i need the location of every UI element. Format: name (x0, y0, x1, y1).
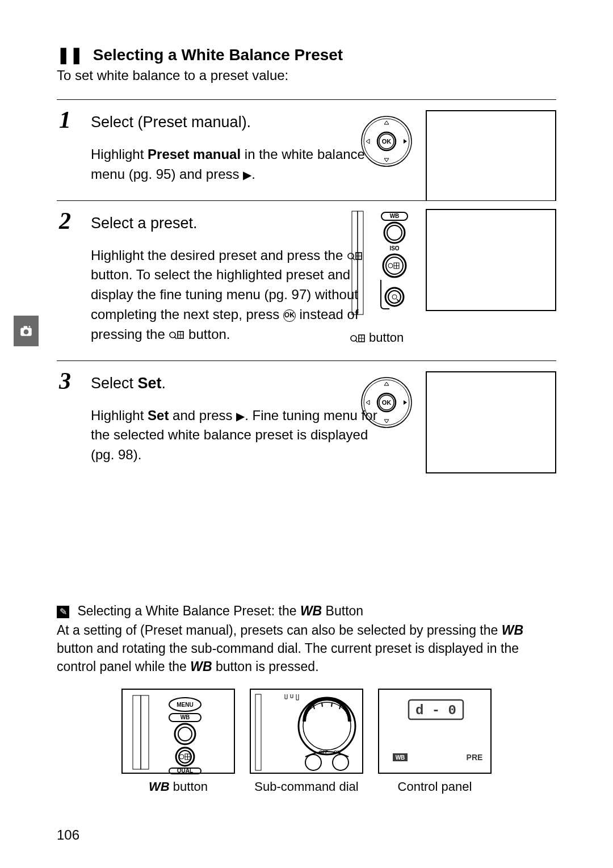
control-panel-diagram: d - 0 WB PRE (378, 689, 492, 774)
svg-point-88 (333, 754, 349, 770)
svg-marker-11 (366, 139, 370, 144)
svg-rect-55 (141, 695, 149, 769)
svg-marker-9 (384, 121, 389, 124)
svg-rect-1 (24, 326, 28, 328)
svg-rect-78 (255, 694, 261, 770)
heading-text: Selecting a White Balance Preset (93, 46, 343, 64)
svg-rect-23 (352, 211, 358, 315)
svg-text:WB: WB (180, 714, 190, 720)
svg-point-3 (29, 326, 31, 328)
step-number: 2 (59, 209, 71, 233)
step-3-figures: OK (355, 371, 556, 473)
svg-text:PRE: PRE (467, 753, 483, 762)
manual-page: ❚❚ Selecting a White Balance Preset To s… (0, 0, 613, 868)
svg-text:QUAL: QUAL (177, 768, 193, 774)
intro-text: To set white balance to a preset value: (57, 68, 556, 83)
svg-text:ISO: ISO (389, 245, 399, 251)
svg-line-41 (356, 340, 358, 342)
step-number: 1 (59, 108, 71, 132)
svg-line-84 (331, 703, 332, 707)
svg-rect-24 (358, 211, 363, 315)
svg-text:WB: WB (390, 213, 400, 219)
svg-point-38 (392, 295, 397, 299)
right-arrow-icon: ▶ (236, 410, 245, 422)
svg-rect-54 (133, 695, 141, 769)
heading-glyph: ❚❚ (57, 46, 83, 64)
dpad-icon: OK (358, 374, 415, 431)
step-body: Highlight Set and press ▶. Fine tuning m… (91, 406, 386, 465)
step-1-figures: OK (355, 110, 556, 200)
tip-badge-icon: ✎ (57, 606, 69, 618)
section-tab-camera-icon (14, 316, 39, 346)
svg-text:OK: OK (382, 138, 392, 145)
svg-text:MENU: MENU (177, 702, 193, 708)
multi-selector-diagram: OK (355, 110, 418, 173)
section-heading: ❚❚ Selecting a White Balance Preset (57, 45, 556, 64)
thumbnail-button-icon (350, 333, 366, 343)
svg-text:OK: OK (382, 399, 392, 406)
svg-point-80 (303, 702, 351, 750)
note-title: ✎ Selecting a White Balance Preset: the … (57, 603, 556, 619)
fig-control-panel: d - 0 WB PRE Control panel (378, 689, 492, 794)
right-arrow-icon: ▶ (243, 169, 251, 181)
camera-back-diagram: WB ISO (350, 209, 418, 319)
svg-text:d - 0: d - 0 (415, 703, 456, 718)
fig-sub-command-dial: OFF ON Sub-command dial (250, 689, 363, 794)
camera-icon (19, 324, 33, 338)
step-3: 3 Select Set. Highlight Set and press ▶.… (57, 360, 556, 481)
svg-marker-12 (404, 139, 407, 144)
svg-point-64 (179, 754, 184, 759)
svg-marker-50 (384, 382, 389, 385)
svg-point-28 (387, 225, 402, 240)
svg-point-61 (178, 727, 192, 741)
wb-button-diagram: MENU WB QUAL (121, 689, 235, 774)
step-body: Highlight Preset manual in the white bal… (91, 145, 386, 184)
step-2-figures: WB ISO (350, 209, 556, 345)
ok-button-icon: OK (283, 309, 296, 322)
svg-point-2 (24, 329, 29, 334)
svg-text:ON: ON (334, 749, 341, 754)
lcd-screenshot-placeholder (426, 209, 556, 311)
step-2: 2 Select a preset. Highlight the desired… (57, 200, 556, 360)
note-section: ✎ Selecting a White Balance Preset: the … (57, 603, 556, 794)
lcd-screenshot-placeholder (426, 110, 556, 200)
svg-line-83 (322, 703, 322, 707)
lcd-screenshot-placeholder (426, 371, 556, 473)
fig-wb-button: MENU WB QUAL (121, 689, 235, 794)
svg-point-87 (305, 754, 321, 770)
svg-marker-52 (366, 400, 370, 405)
page-number: 106 (57, 827, 79, 843)
multi-selector-diagram: OK (355, 371, 418, 434)
figure-caption: button (350, 330, 404, 345)
sub-command-dial-diagram: OFF ON (250, 689, 363, 774)
step-body: Highlight the desired preset and press t… (91, 246, 386, 345)
svg-text:OFF: OFF (319, 749, 328, 754)
thumbnail-button-icon (169, 330, 184, 340)
svg-text:WB: WB (396, 754, 405, 761)
svg-marker-10 (384, 158, 389, 162)
svg-point-32 (388, 263, 393, 268)
svg-marker-51 (384, 420, 389, 423)
svg-line-19 (175, 337, 177, 339)
svg-point-79 (299, 698, 355, 754)
svg-marker-53 (404, 400, 407, 405)
step-1: 1 Select (Preset manual). Highlight Pres… (57, 99, 556, 200)
note-body: At a setting of (Preset manual), presets… (57, 621, 556, 676)
dpad-icon: OK (358, 113, 415, 170)
bottom-figure-row: MENU WB QUAL (57, 689, 556, 794)
step-number: 3 (59, 369, 71, 393)
